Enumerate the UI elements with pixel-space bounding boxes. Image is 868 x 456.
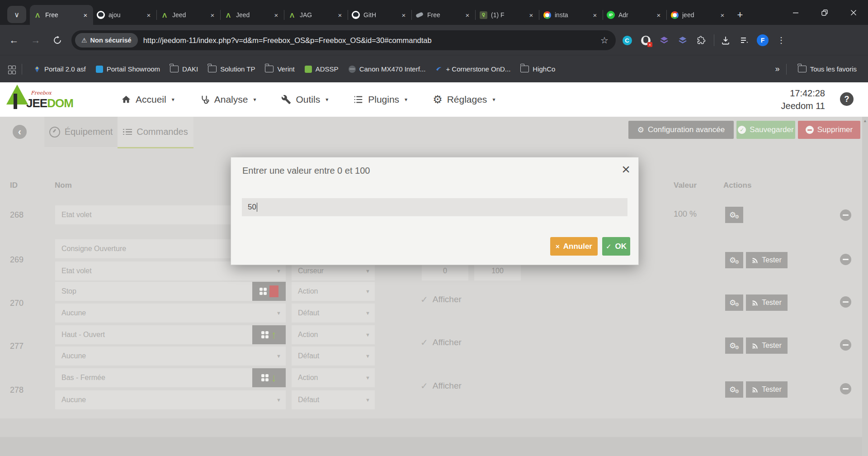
jeedom-logo[interactable]: Freebox JEEDOM: [5, 84, 84, 116]
url-text[interactable]: http://jeedom-11/index.php?v=d&m=Freebox…: [143, 36, 596, 45]
window-restore-button[interactable]: [810, 0, 839, 25]
tab-close-icon[interactable]: ×: [718, 11, 726, 19]
forward-button[interactable]: →: [28, 33, 43, 48]
extension-c-icon[interactable]: C: [620, 33, 634, 48]
command-name-input[interactable]: Stop: [55, 282, 252, 301]
tab-close-icon[interactable]: ×: [336, 11, 344, 19]
extension-layers-icon[interactable]: [657, 33, 671, 48]
command-subtype-select[interactable]: Défaut▼: [292, 347, 375, 366]
remove-command-button[interactable]: [840, 209, 851, 221]
tab-close-icon[interactable]: ×: [81, 11, 90, 19]
tab-search-button[interactable]: ∨: [7, 6, 26, 23]
afficher-checkbox[interactable]: ✓Afficher: [420, 294, 462, 305]
command-subtype-select[interactable]: Défaut▼: [292, 304, 375, 323]
tester-button[interactable]: Tester: [746, 294, 788, 311]
configuration-avancee-button[interactable]: ⚙ Configuration avancée: [628, 121, 734, 139]
browser-tab[interactable]: Λ JAG ×: [284, 5, 348, 25]
bookmark-item[interactable]: ADSSP: [300, 62, 344, 76]
reading-list-button[interactable]: [737, 33, 751, 48]
help-button[interactable]: ?: [840, 92, 854, 106]
value-input[interactable]: 50: [242, 198, 627, 216]
command-type-select[interactable]: Action▼: [292, 368, 375, 387]
menu-accueil[interactable]: Accueil ▾: [121, 94, 175, 105]
menu-outils[interactable]: Outils ▾: [281, 94, 328, 105]
menu-analyse[interactable]: Analyse ▾: [200, 94, 256, 105]
command-icon-button[interactable]: ↓: [252, 368, 286, 387]
browser-tab[interactable]: Free ×: [412, 5, 475, 25]
tab-close-icon[interactable]: ×: [400, 11, 408, 19]
bookmarks-overflow-button[interactable]: »: [769, 64, 786, 74]
command-settings-button[interactable]: ⚙⚙: [725, 294, 743, 311]
extensions-puzzle-icon[interactable]: [694, 33, 708, 48]
window-close-button[interactable]: [839, 0, 868, 25]
extension-blocked-icon[interactable]: x: [638, 33, 653, 48]
command-settings-button[interactable]: ⚙⚙: [725, 252, 743, 268]
command-link-select[interactable]: Aucune▼: [55, 390, 286, 409]
bookmark-item[interactable]: Solution TP: [203, 62, 260, 76]
browser-tab[interactable]: Λ Jeed ×: [157, 5, 220, 25]
command-type-select[interactable]: Action▼: [292, 282, 375, 301]
profile-avatar[interactable]: F: [755, 33, 770, 48]
menu-plugins[interactable]: Plugins ▾: [354, 94, 407, 105]
bookmark-item[interactable]: DAKI: [165, 62, 203, 76]
tab-equipement[interactable]: Équipement: [44, 117, 118, 147]
command-link-select[interactable]: Aucune▼: [55, 347, 286, 366]
afficher-checkbox[interactable]: ✓Afficher: [420, 380, 462, 391]
browser-tab[interactable]: IP Adr ×: [603, 5, 666, 25]
command-subtype-select[interactable]: Défaut▼: [292, 390, 375, 409]
browser-tab[interactable]: jeed ×: [667, 5, 730, 25]
command-name-input[interactable]: Bas - Fermée: [55, 368, 252, 387]
downloads-button[interactable]: [718, 33, 733, 48]
command-icon-button[interactable]: [252, 282, 286, 301]
window-minimize-button[interactable]: [781, 0, 810, 25]
tab-commandes[interactable]: Commandes: [118, 117, 193, 148]
browser-tab[interactable]: insta ×: [539, 5, 603, 25]
menu-reglages[interactable]: ⚙ Réglages ▾: [433, 93, 495, 106]
command-settings-button[interactable]: ⚙⚙: [725, 337, 743, 354]
tab-close-icon[interactable]: ×: [655, 11, 663, 19]
tab-close-icon[interactable]: ×: [463, 11, 472, 19]
all-bookmarks-button[interactable]: Tous les favoris: [793, 62, 862, 76]
tester-button[interactable]: Tester: [746, 381, 788, 398]
supprimer-button[interactable]: Supprimer: [798, 121, 860, 139]
afficher-checkbox[interactable]: ✓Afficher: [420, 337, 462, 348]
scroll-up-icon[interactable]: ▲: [863, 119, 867, 123]
annuler-button[interactable]: × Annuler: [550, 237, 598, 256]
bookmark-item[interactable]: Canon MX470 Interf...: [344, 62, 431, 76]
browser-tab[interactable]: GitH ×: [348, 5, 411, 25]
browser-menu-button[interactable]: ⋮: [774, 33, 788, 48]
bookmark-item[interactable]: Portail Showroom: [91, 62, 165, 76]
command-link-select[interactable]: Aucune▼: [55, 304, 286, 323]
tester-button[interactable]: Tester: [746, 252, 788, 268]
bookmark-item[interactable]: Verint: [260, 62, 299, 76]
extension-layers-icon[interactable]: [675, 33, 690, 48]
address-bar[interactable]: ⚠ Non sécurisé http://jeedom-11/index.ph…: [71, 30, 616, 50]
back-button[interactable]: ←: [6, 33, 22, 48]
bookmark-star-icon[interactable]: ☆: [600, 35, 609, 46]
tab-close-icon[interactable]: ×: [145, 11, 153, 19]
command-settings-button[interactable]: ⚙⚙: [725, 207, 743, 223]
browser-tab[interactable]: Λ Jeed ×: [221, 5, 284, 25]
bookmark-item[interactable]: Portail 2.0 asf: [28, 62, 91, 76]
tab-close-icon[interactable]: ×: [527, 11, 535, 19]
bookmark-item[interactable]: + Cornerstone OnD...: [430, 62, 515, 76]
tab-close-icon[interactable]: ×: [591, 11, 599, 19]
remove-command-button[interactable]: [840, 383, 851, 394]
sauvegarder-button[interactable]: ✓ Sauvegarder: [736, 121, 795, 139]
browser-tab-active[interactable]: Λ Free ×: [30, 5, 93, 25]
back-to-plugin-button[interactable]: ‹: [13, 125, 27, 139]
tab-close-icon[interactable]: ×: [272, 11, 280, 19]
tab-close-icon[interactable]: ×: [208, 11, 217, 19]
tester-button[interactable]: Tester: [746, 337, 788, 354]
browser-tab[interactable]: ajou ×: [93, 5, 156, 25]
reload-button[interactable]: [50, 33, 65, 48]
command-icon-button[interactable]: ↑: [252, 325, 286, 344]
apps-grid-icon[interactable]: [8, 66, 15, 73]
command-type-select[interactable]: Action▼: [292, 325, 375, 344]
security-chip[interactable]: ⚠ Non sécurisé: [75, 33, 138, 48]
ok-button[interactable]: ✓ OK: [602, 237, 630, 256]
browser-tab[interactable]: (1) F ×: [476, 5, 539, 25]
bookmark-item[interactable]: HighCo: [515, 62, 560, 76]
close-icon[interactable]: ×: [622, 161, 630, 178]
remove-command-button[interactable]: [840, 296, 851, 308]
